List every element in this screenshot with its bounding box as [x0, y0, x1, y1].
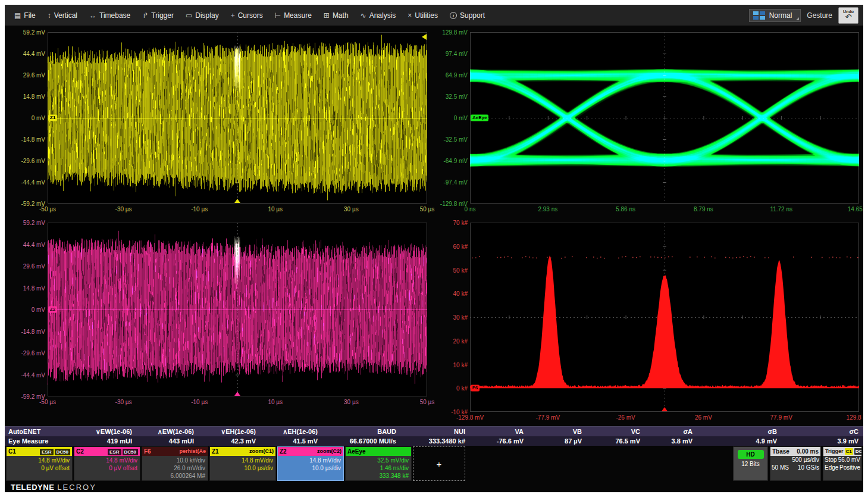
descriptor-c2[interactable]: C2ESRDC5014.8 mV/div0 µV offset — [74, 446, 140, 481]
menu-label: Timebase — [99, 11, 130, 20]
plot-zoom1[interactable] — [48, 32, 427, 204]
menu-file[interactable]: ▤File — [8, 5, 42, 26]
descriptor-line: 10.0 k#/div — [143, 457, 205, 464]
trigger-descriptor[interactable]: TriggerC1DCStop56.0 mVEdgePositive — [823, 446, 862, 481]
measure-value[interactable]: 443 mUI — [137, 437, 199, 445]
menu-math[interactable]: ⊞Math — [318, 5, 355, 26]
measure-column-header[interactable]: ∧EW(1e-06) — [137, 428, 199, 436]
y-axis-label: 10 k# — [432, 361, 468, 368]
measure-column-header[interactable]: BAUD — [322, 428, 401, 435]
y-axis-label: -29.6 mV — [10, 158, 45, 164]
descriptor-z1[interactable]: Z1zoom(C1)14.8 mV/div10.0 µs/div — [209, 446, 276, 481]
measure-value[interactable]: 76.5 mV — [587, 437, 645, 445]
menu-cursors[interactable]: +Cursors — [225, 5, 269, 26]
menu-measure[interactable]: ⊢Measure — [269, 5, 318, 26]
channel-id: C2 — [76, 449, 84, 455]
hd-mode-box[interactable]: HD12 Bits — [733, 446, 768, 481]
y-axis-label: 14.8 mV — [10, 285, 45, 291]
time-position-marker[interactable] — [234, 199, 240, 203]
menu-trigger[interactable]: ↱Trigger — [136, 5, 180, 26]
descriptor-z2[interactable]: Z2zoom(C2)14.8 mV/div10.0 µs/div — [277, 446, 344, 481]
channel-id: C1 — [8, 449, 16, 455]
menu-analysis[interactable]: ∿Analysis — [355, 5, 402, 26]
descriptor-f6[interactable]: F6perhist(Ae10.0 k#/div26.0 mV/div6.0002… — [142, 446, 208, 481]
timebase-header: Tbase0.00 ms — [770, 447, 820, 456]
x-axis-label: 14.65 ns — [848, 206, 863, 212]
measure-table: AutoENET∨EW(1e-06)∧EW(1e-06)∨EH(1e-06)∧E… — [5, 426, 863, 445]
measure-value[interactable]: 41.5 mV — [261, 437, 322, 445]
trigger-label: Trigger — [825, 449, 844, 454]
measure-column-header[interactable]: σA — [645, 428, 697, 435]
utilities-icon: × — [408, 12, 412, 19]
descriptor-line: 333.348 k# — [347, 472, 409, 480]
y-axis-label: 70 k# — [432, 220, 468, 226]
measure-row-name[interactable]: Eye Measure — [5, 437, 75, 445]
measure-group-name[interactable]: AutoENET — [5, 428, 75, 435]
channel-function-label: perhist(Ae — [179, 449, 206, 454]
measure-value[interactable]: 419 mUI — [75, 437, 137, 445]
measure-value[interactable]: -76.6 mV — [470, 437, 528, 445]
analysis-icon: ∿ — [361, 12, 366, 19]
plot-hist[interactable] — [470, 223, 859, 412]
menu-timebase[interactable]: ↔Timebase — [83, 5, 136, 26]
measure-value[interactable]: 3.8 mV — [645, 437, 697, 445]
x-axis-label: 5.86 ns — [616, 206, 635, 212]
measure-value[interactable]: 66.67000 MUI/s — [322, 437, 401, 445]
menu-label: Math — [333, 11, 349, 20]
descriptor-line: 14.8 mV/div — [211, 457, 273, 464]
menu-display[interactable]: ▭Display — [180, 5, 225, 26]
trigger-badge-c1: C1 — [845, 448, 853, 455]
trigger-badge-dc: DC — [854, 448, 862, 455]
measure-value[interactable]: 87 µV — [528, 437, 587, 445]
trace-tag-aeeye[interactable]: AeEye — [471, 115, 488, 121]
trigger-level-marker[interactable] — [422, 34, 427, 40]
descriptor-c1[interactable]: C1ESRDC5014.8 mV/div0 µV offset — [6, 446, 73, 481]
measure-value[interactable]: 3.9 mV — [782, 437, 863, 445]
plot-zoom2[interactable] — [48, 223, 427, 396]
measure-value[interactable]: 333.3480 k# — [401, 437, 470, 445]
menu-vertical[interactable]: ↕Vertical — [42, 5, 83, 26]
measure-column-header[interactable]: NUI — [401, 428, 470, 435]
measure-value[interactable]: 42.3 mV — [199, 437, 261, 445]
menu-label: File — [24, 11, 35, 20]
x-axis-label: -26 mV — [616, 414, 635, 421]
y-axis-label: -29.6 mV — [10, 350, 45, 357]
undo-button[interactable]: Undo ↶ — [838, 7, 858, 24]
measure-column-header[interactable]: ∨EW(1e-06) — [75, 428, 137, 436]
measure-column-header[interactable]: ∨EH(1e-06) — [199, 428, 261, 436]
menu-right: Normal Gesture Undo ↶ — [749, 7, 860, 24]
timebase-descriptor[interactable]: Tbase0.00 ms500 µs/div50 MS10 GS/s — [770, 446, 821, 481]
trace-tag-z2[interactable]: Z2 — [48, 307, 57, 313]
trigger-cell: Edge — [825, 464, 838, 471]
y-axis-label: 44.4 mV — [10, 241, 45, 248]
descriptor-line: 0 µV offset — [76, 464, 137, 472]
support-icon: i — [450, 12, 457, 19]
menu-items: ▤File↕Vertical↔Timebase↱Trigger▭Display+… — [8, 5, 491, 26]
menu-support[interactable]: iSupport — [444, 5, 491, 26]
timebase-icon: ↔ — [89, 12, 96, 19]
add-trace-button[interactable]: + — [413, 446, 465, 481]
menu-utilities[interactable]: ×Utilities — [402, 5, 444, 26]
hd-badge: HD — [738, 450, 764, 459]
measure-value[interactable]: 4.9 mV — [697, 437, 782, 445]
trace-tag-z1[interactable]: Z1 — [48, 115, 57, 121]
display-mode-button[interactable]: Normal — [749, 9, 801, 22]
measure-column-header[interactable]: VC — [587, 428, 645, 435]
descriptor-body: 32.5 mV/div1.46 ns/div333.348 k# — [346, 456, 411, 480]
timebase-cell: 10 GS/s — [798, 464, 819, 471]
undo-icon: ↶ — [845, 13, 852, 21]
plot-aeeye[interactable] — [470, 32, 859, 204]
x-axis-label: 10 µs — [268, 206, 283, 212]
trace-tag-f6[interactable]: F6 — [471, 385, 480, 392]
measure-column-header[interactable]: VA — [470, 428, 528, 435]
menu-label: Trigger — [151, 11, 174, 20]
y-axis-label: 44.4 mV — [10, 51, 45, 57]
measure-column-header[interactable]: σB — [697, 428, 782, 435]
descriptor-aeeye[interactable]: AeEye32.5 mV/div1.46 ns/div333.348 k# — [345, 446, 412, 481]
measure-column-header[interactable]: σC — [782, 428, 863, 435]
time-position-marker[interactable] — [234, 392, 240, 396]
measure-column-header[interactable]: VB — [528, 428, 587, 435]
time-position-marker[interactable] — [662, 407, 668, 411]
y-axis-label: -14.8 mV — [10, 328, 45, 335]
measure-column-header[interactable]: ∧EH(1e-06) — [261, 428, 322, 436]
